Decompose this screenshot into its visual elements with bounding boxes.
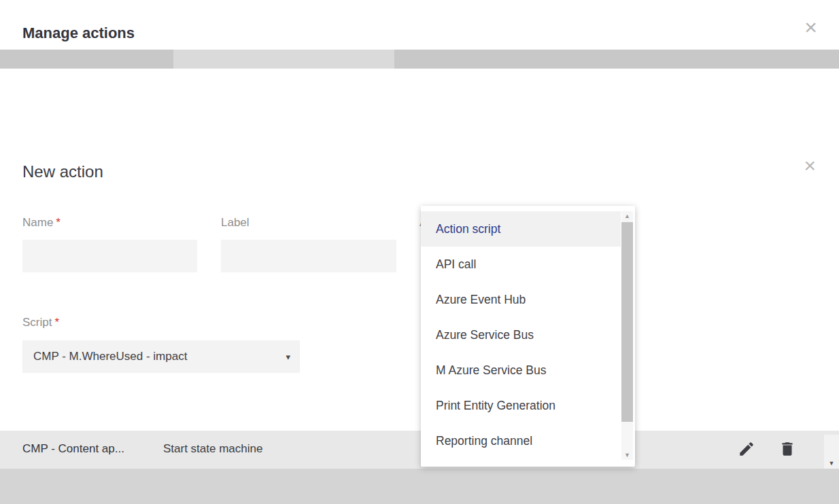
scroll-down-icon[interactable]: ▼ (621, 452, 633, 458)
row-action-name: CMP - Content ap... (22, 442, 124, 456)
required-marker: * (56, 216, 61, 229)
chevron-down-icon: ▾ (286, 352, 290, 362)
label-label: Label (221, 216, 250, 230)
scroll-down-icon[interactable]: ▼ (824, 460, 839, 467)
close-icon[interactable]: × (804, 156, 816, 176)
dropdown-option[interactable]: Reporting channel (421, 423, 621, 458)
manage-actions-header: Manage actions × (0, 0, 839, 50)
dimmed-table-area: CMP - Content ap... Start state machine … (0, 431, 839, 504)
required-marker: * (54, 316, 59, 329)
dropdown-option[interactable]: Azure Event Hub (421, 282, 621, 317)
script-label-text: Script (22, 316, 52, 329)
name-field[interactable] (22, 240, 197, 272)
name-label: Name* (22, 216, 61, 230)
script-value: CMP - M.WhereUsed - impact (33, 350, 279, 363)
dialog-title: Manage actions (22, 24, 135, 42)
label-field[interactable] (221, 240, 396, 272)
dropdown-option[interactable]: Print Entity Generation (421, 388, 621, 423)
table-row: CMP - Content ap... Start state machine … (0, 431, 839, 469)
edit-pencil-icon[interactable] (738, 440, 755, 458)
row-action-type: Start state machine (163, 442, 262, 456)
scrollbar-thumb[interactable] (621, 222, 633, 422)
dropdown-scrollbar[interactable]: ▲ ▼ (621, 211, 633, 460)
dimmed-background-band (0, 50, 839, 69)
dropdown-option[interactable]: Action script (421, 211, 621, 247)
manage-actions-screen: Manage actions × New action × Name* Labe… (0, 0, 839, 504)
script-select[interactable]: CMP - M.WhereUsed - impact ▾ (22, 340, 300, 373)
action-type-dropdown: Action scriptAPI callAzure Event HubAzur… (421, 206, 635, 467)
dropdown-option[interactable]: M Azure Service Bus (421, 353, 621, 388)
delete-trash-icon[interactable] (778, 440, 796, 458)
dropdown-option[interactable]: API call (421, 247, 621, 282)
script-label: Script* (22, 316, 59, 329)
dimmed-toolbar-element (173, 50, 394, 69)
table-scrollbar[interactable]: ▼ (824, 435, 839, 469)
scroll-up-icon[interactable]: ▲ (621, 213, 633, 219)
new-action-panel: New action × Name* Label Action type Act… (0, 69, 839, 431)
close-icon[interactable]: × (804, 16, 817, 38)
label-label-text: Label (221, 216, 250, 229)
dropdown-option[interactable]: Azure Service Bus (421, 317, 621, 353)
panel-title: New action (22, 162, 103, 181)
name-label-text: Name (22, 216, 53, 229)
action-type-dropdown-list: Action scriptAPI callAzure Event HubAzur… (421, 211, 621, 458)
